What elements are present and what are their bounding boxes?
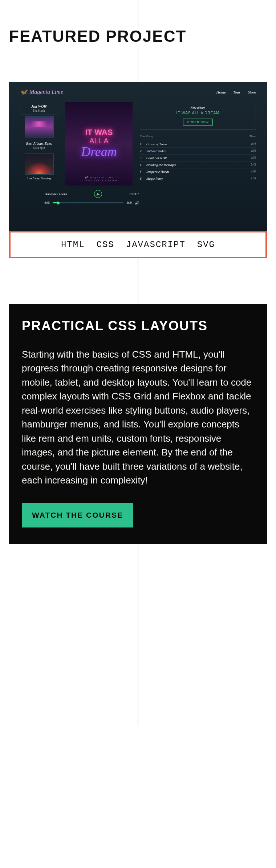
section-heading: FEATURED PROJECT	[9, 27, 194, 45]
mockup-reviews-col: Just WOW The Staple Best Album. Ever. Go…	[20, 102, 58, 205]
new-album-label: New album	[144, 106, 252, 110]
review-title: Just WOW	[23, 104, 55, 108]
track-num: 2	[140, 149, 146, 153]
mockup-thumb	[25, 116, 54, 138]
track-num: 3	[140, 156, 146, 160]
mockup-nav-item: Tour	[233, 90, 240, 94]
review-source: Gold Spin	[23, 146, 55, 150]
track-row: 3Good For It All4:58	[140, 155, 256, 162]
track-row: 2Without Wishes4:58	[140, 148, 256, 155]
mockup-nav-item: Store	[248, 90, 256, 94]
album-title-small: IT WAS ALL A DREAM	[81, 179, 118, 182]
mockup-thumb	[25, 154, 54, 175]
track-time: 4:41	[245, 142, 256, 146]
neon-text-line: ALL A	[81, 137, 117, 145]
new-album-box: New album IT WAS ALL A DREAM ORDER NOW	[140, 102, 256, 130]
featured-project-card: 🦋 Magenta Lime Home Tour Store Just WOW …	[9, 82, 267, 258]
track-row: 6Magic Party4:53	[140, 175, 256, 182]
th-time: Time	[245, 135, 256, 138]
time-total: 4:00	[126, 201, 131, 204]
tech-tag: HTML	[61, 240, 85, 250]
progress-row: 0:45 4:00 🔊	[45, 201, 139, 205]
mockup-center-col: IT WAS ALL A Dream 🦋 Magenta Lime IT WAS…	[65, 102, 133, 205]
album-cover: IT WAS ALL A Dream 🦋 Magenta Lime IT WAS…	[65, 102, 133, 186]
mockup-logo-text: Magenta Lime	[29, 89, 63, 95]
new-album-title: IT WAS ALL A DREAM	[144, 111, 252, 115]
track-name: Cruise of Tricks	[146, 142, 245, 146]
th-song: Song	[146, 135, 245, 138]
track-num: 4	[140, 163, 146, 167]
track-num: 1	[140, 142, 146, 146]
track-name: Without Wishes	[146, 149, 245, 153]
progress-bar	[53, 202, 124, 203]
track-name: Avoiding the Messages	[146, 163, 245, 167]
mockup-logo: 🦋 Magenta Lime	[20, 88, 63, 95]
butterfly-icon: 🦋	[84, 176, 89, 179]
track-name: Magic Party	[146, 177, 245, 180]
track-time: 4:58	[245, 156, 256, 160]
track-num: 6	[140, 177, 146, 180]
course-card: PRACTICAL CSS LAYOUTS Starting with the …	[9, 304, 267, 544]
now-playing-title: Bombshell Looks	[45, 192, 67, 196]
tech-tag: CSS	[97, 240, 114, 250]
review-title: Best Album. Ever.	[23, 142, 55, 146]
audio-player: Bombshell Looks ▶ Track 7	[45, 190, 139, 198]
time-current: 0:45	[45, 201, 50, 204]
review-source: The Staple	[23, 109, 55, 112]
track-row: 1Cruise of Tricks4:41	[140, 141, 256, 148]
mockup-right-col: New album IT WAS ALL A DREAM ORDER NOW T…	[140, 102, 256, 205]
tech-tag: SVG	[197, 240, 215, 250]
track-time: 4:09	[245, 170, 256, 174]
th-track: Track	[140, 135, 146, 138]
tech-tags-bar: HTML CSS JAVASCRIPT SVG	[9, 231, 267, 258]
volume-icon: 🔊	[135, 201, 139, 205]
album-brand: Magenta Lime	[90, 176, 114, 179]
mockup-review: Just WOW The Staple	[20, 102, 58, 115]
mockup-review: Best Album. Ever. Gold Spin	[20, 139, 58, 152]
butterfly-icon: 🦋	[20, 88, 27, 95]
track-time: 4:58	[245, 149, 256, 153]
track-num: 5	[140, 170, 146, 174]
watch-course-button[interactable]: WATCH THE COURSE	[22, 503, 133, 527]
mockup-nav-item: Home	[216, 90, 226, 94]
course-description: Starting with the basics of CSS and HTML…	[22, 347, 254, 487]
tracklist: Track Song Time 1Cruise of Tricks4:412Wi…	[140, 135, 256, 182]
neon-text-line: IT WAS	[81, 128, 117, 137]
order-button: ORDER NOW	[183, 119, 213, 126]
track-name: Desperate Hands	[146, 170, 245, 174]
track-row: 5Desperate Hands4:09	[140, 168, 256, 175]
review-quote: I can't stop listening	[27, 177, 51, 180]
tech-tag: JAVASCRIPT	[126, 240, 186, 250]
track-time: 4:53	[245, 177, 256, 180]
track-row: 4Avoiding the Messages5:42	[140, 162, 256, 168]
track-name: Good For It All	[146, 156, 245, 160]
course-title: PRACTICAL CSS LAYOUTS	[22, 318, 254, 334]
play-icon: ▶	[94, 190, 102, 198]
track-number: Track 7	[129, 192, 139, 196]
track-time: 5:42	[245, 163, 256, 167]
project-screenshot[interactable]: 🦋 Magenta Lime Home Tour Store Just WOW …	[9, 82, 267, 231]
mockup-nav: Home Tour Store	[216, 90, 256, 94]
neon-text-dream: Dream	[81, 145, 117, 159]
